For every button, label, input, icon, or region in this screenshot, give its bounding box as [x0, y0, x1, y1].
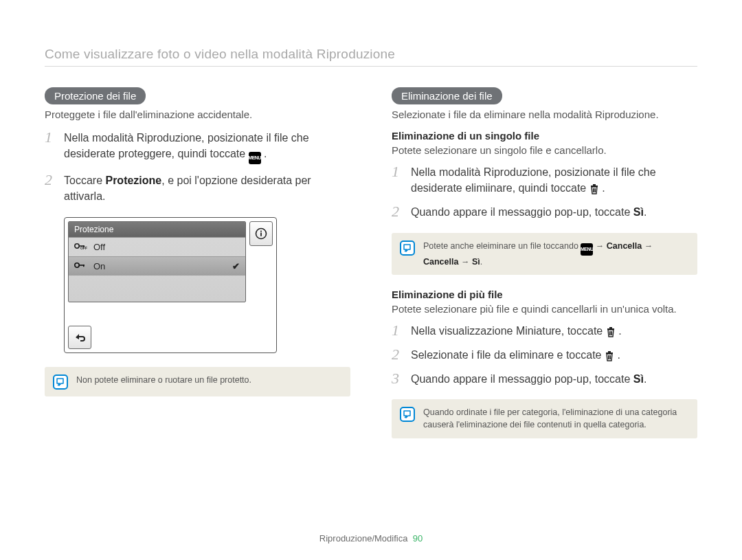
- menu-icon: MENU: [249, 152, 261, 164]
- step-text: Nella modalità Riproduzione, posizionate…: [411, 166, 656, 194]
- step-text-bold: Protezione: [105, 175, 161, 186]
- step-1: 1 Nella modalità Riproduzione, posiziona…: [45, 130, 350, 164]
- note-fragment: .: [480, 257, 482, 267]
- note-text: Non potete eliminare o ruotare un file p…: [76, 374, 251, 386]
- step-2: 2 Selezionate i file da eliminare e tocc…: [392, 347, 697, 363]
- step-text: Selezionate i file da eliminare e toccat…: [411, 349, 605, 361]
- screenshot-header: Protezione: [69, 222, 245, 237]
- note-text: Potete anche eleiminare un file toccando…: [423, 240, 689, 268]
- menu-icon: MENU: [581, 243, 593, 256]
- list-row-on[interactable]: On ✔: [69, 256, 245, 276]
- check-icon: ✔: [232, 261, 240, 271]
- step-1: 1 Nella modalità Riproduzione, posiziona…: [392, 164, 697, 196]
- screenshot-protection: Protezione OFF Off On ✔: [64, 217, 277, 353]
- step-text: .: [599, 182, 605, 194]
- step-2: 2 Toccare Protezione, e poi l'opzione de…: [45, 172, 350, 204]
- step-number: 2: [392, 347, 404, 363]
- section-delete: Eliminazione dei file: [392, 87, 502, 104]
- step-text: .: [644, 206, 647, 218]
- svg-point-4: [75, 262, 79, 267]
- subtext-single: Potete selezionare un singolo file e can…: [392, 144, 697, 156]
- footer-section: Riproduzione/Modifica: [319, 533, 408, 544]
- key-icon: [74, 261, 88, 271]
- trash-icon: [606, 326, 616, 337]
- step-text: Nella modalità Riproduzione, posizionate…: [64, 132, 309, 159]
- list-row-off[interactable]: OFF Off: [69, 237, 245, 256]
- step-text: Quando appare il messaggio pop-up, tocca…: [411, 373, 633, 385]
- svg-point-8: [260, 230, 262, 232]
- step-1: 1 Nella visualizzazione Miniature, tocca…: [392, 323, 697, 339]
- step-text: Nella visualizzazione Miniature, toccate: [411, 325, 606, 337]
- note-fragment: →: [593, 241, 606, 251]
- section-protection: Protezione dei file: [45, 87, 146, 104]
- step-number: 3: [392, 371, 404, 387]
- list-row-label: On: [93, 261, 105, 271]
- footer-page-number: 90: [413, 533, 423, 544]
- step-number: 2: [45, 172, 57, 204]
- step-number: 1: [45, 130, 57, 164]
- step-text: .: [261, 148, 267, 159]
- note-fragment: Cancella: [423, 257, 458, 267]
- note-box: Non potete eliminare o ruotare un file p…: [45, 367, 350, 396]
- step-number: 2: [392, 204, 404, 220]
- svg-text:OFF: OFF: [80, 246, 87, 250]
- step-3: 3 Quando appare il messaggio pop-up, toc…: [392, 371, 697, 387]
- info-button[interactable]: [249, 221, 273, 246]
- svg-rect-9: [260, 232, 262, 236]
- step-text: .: [644, 373, 647, 385]
- note-box: Quando ordinate i file per categoria, l'…: [392, 399, 697, 438]
- svg-rect-21: [608, 351, 611, 352]
- back-button[interactable]: [68, 326, 91, 349]
- note-text: Quando ordinate i file per categoria, l'…: [423, 406, 689, 431]
- key-off-icon: OFF: [74, 242, 88, 252]
- note-box: Potete anche eleiminare un file toccando…: [392, 233, 697, 275]
- note-fragment: Sì: [472, 257, 480, 267]
- intro-protection: Proteggete i file dall'eliminazione acci…: [45, 109, 350, 120]
- subheading-multi: Eliminazione di più file: [392, 289, 697, 300]
- note-fragment: Cancella: [607, 241, 642, 251]
- step-text: Toccare: [64, 175, 105, 186]
- step-text: Quando appare il messaggio pop-up, tocca…: [411, 206, 633, 218]
- note-fragment: →: [458, 257, 471, 267]
- subheading-single: Eliminazione di un singolo file: [392, 130, 697, 142]
- note-icon: [53, 374, 68, 390]
- list-row-label: Off: [93, 242, 105, 252]
- screenshot-list: Protezione OFF Off On ✔: [68, 221, 246, 302]
- page-title: Come visualizzare foto o video nella mod…: [45, 47, 697, 67]
- subtext-multi: Potete selezionare più file e quindi can…: [392, 303, 697, 315]
- column-right: Eliminazione dei file Selezionate i file…: [392, 87, 697, 452]
- svg-rect-11: [593, 184, 596, 186]
- intro-delete: Selezionate i file da eliminare nella mo…: [392, 109, 697, 120]
- page-footer: Riproduzione/Modifica 90: [0, 533, 742, 544]
- svg-rect-6: [83, 265, 85, 267]
- note-icon: [400, 240, 415, 256]
- step-text: .: [616, 325, 622, 337]
- column-left: Protezione dei file Proteggete i file da…: [45, 87, 350, 452]
- trash-icon: [589, 183, 599, 194]
- svg-rect-16: [609, 327, 612, 328]
- step-2: 2 Quando appare il messaggio pop-up, toc…: [392, 204, 697, 220]
- step-number: 1: [392, 164, 404, 196]
- trash-icon: [605, 350, 614, 361]
- step-number: 1: [392, 323, 404, 339]
- step-text: .: [614, 349, 620, 361]
- note-fragment: Potete anche eleiminare un file toccando: [423, 241, 581, 251]
- note-fragment: →: [642, 241, 653, 251]
- step-text-bold: Sì: [633, 373, 644, 385]
- svg-point-0: [75, 243, 79, 247]
- step-text-bold: Sì: [633, 206, 644, 218]
- note-icon: [400, 407, 415, 422]
